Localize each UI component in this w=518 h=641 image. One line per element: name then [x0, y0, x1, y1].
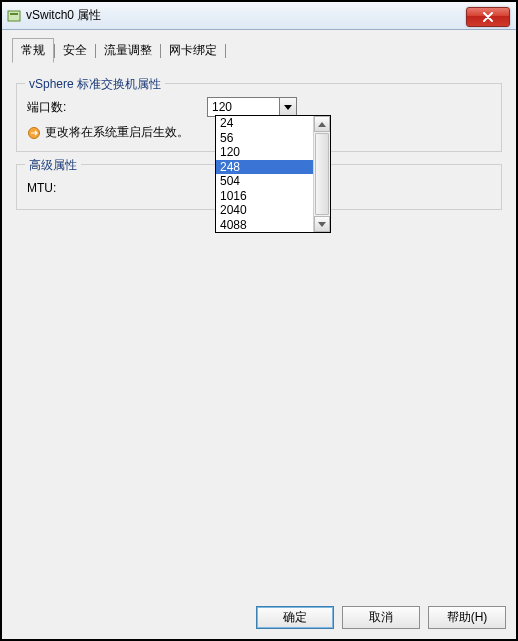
close-button[interactable] — [466, 7, 510, 27]
tab-nic-teaming[interactable]: 网卡绑定 — [161, 39, 225, 62]
dropdown-scrollbar[interactable] — [313, 116, 330, 232]
tab-strip: 常规 安全 流量调整 网卡绑定 — [2, 30, 516, 63]
dropdown-option[interactable]: 2040 — [216, 203, 313, 218]
titlebar[interactable]: vSwitch0 属性 — [2, 2, 516, 30]
group-title: vSphere 标准交换机属性 — [25, 76, 165, 93]
dropdown-option[interactable]: 248 — [216, 160, 313, 175]
cancel-button[interactable]: 取消 — [342, 606, 420, 629]
svg-rect-0 — [8, 11, 20, 21]
chevron-up-icon — [318, 122, 326, 127]
dropdown-option[interactable]: 1016 — [216, 189, 313, 204]
group-title: 高级属性 — [25, 157, 81, 174]
scroll-thumb[interactable] — [315, 133, 329, 215]
app-icon — [6, 8, 22, 24]
scroll-down-button[interactable] — [314, 216, 330, 232]
svg-rect-1 — [10, 13, 18, 15]
dropdown-option[interactable]: 4088 — [216, 218, 313, 233]
dialog-buttons: 确定 取消 帮助(H) — [256, 606, 506, 629]
port-count-value: 120 — [208, 100, 279, 114]
tab-traffic-shaping[interactable]: 流量调整 — [96, 39, 160, 62]
chevron-down-icon — [284, 105, 292, 110]
dropdown-button[interactable] — [279, 98, 296, 116]
window-title: vSwitch0 属性 — [26, 7, 101, 24]
dropdown-option[interactable]: 24 — [216, 116, 313, 131]
dialog-window: vSwitch0 属性 常规 安全 流量调整 网卡绑定 vSphere 标准交换… — [0, 0, 518, 641]
ok-button[interactable]: 确定 — [256, 606, 334, 629]
dialog-body: 常规 安全 流量调整 网卡绑定 vSphere 标准交换机属性 端口数: 120 — [2, 30, 516, 639]
scroll-up-button[interactable] — [314, 116, 330, 132]
restart-note-text: 更改将在系统重启后生效。 — [45, 124, 189, 141]
dropdown-option[interactable]: 504 — [216, 174, 313, 189]
tab-general[interactable]: 常规 — [12, 38, 54, 63]
dropdown-option[interactable]: 120 — [216, 145, 313, 160]
close-icon — [482, 12, 494, 22]
port-count-label: 端口数: — [27, 99, 207, 116]
port-count-dropdown-list[interactable]: 2456120248504101620404088 — [215, 115, 331, 233]
info-icon — [27, 126, 41, 140]
tab-security[interactable]: 安全 — [55, 39, 95, 62]
help-button[interactable]: 帮助(H) — [428, 606, 506, 629]
tab-separator — [225, 44, 226, 58]
mtu-label: MTU: — [27, 181, 207, 195]
chevron-down-icon — [318, 222, 326, 227]
dropdown-option[interactable]: 56 — [216, 131, 313, 146]
port-count-combobox[interactable]: 120 — [207, 97, 297, 117]
